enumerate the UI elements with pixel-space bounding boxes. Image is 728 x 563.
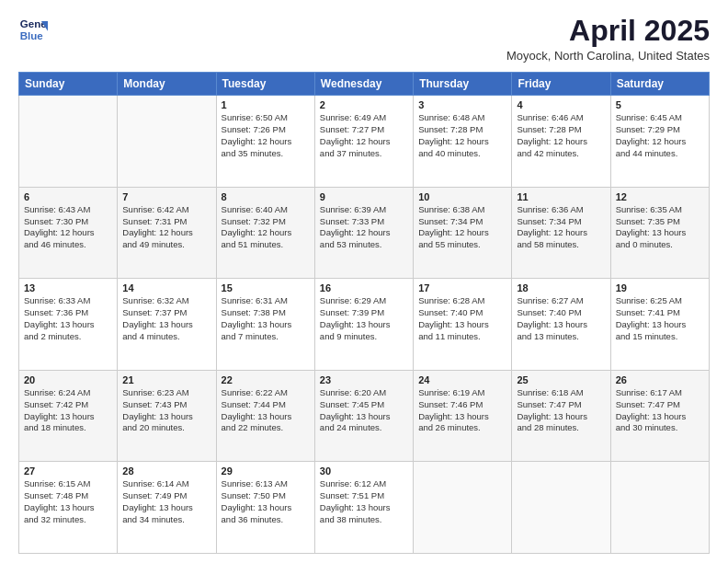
day-number: 28 bbox=[122, 465, 210, 477]
table-row bbox=[414, 462, 512, 554]
day-number: 16 bbox=[320, 282, 408, 293]
table-row: 19Sunrise: 6:25 AMSunset: 7:41 PMDayligh… bbox=[610, 279, 709, 371]
day-number: 17 bbox=[418, 282, 506, 293]
day-number: 22 bbox=[222, 374, 310, 385]
day-number: 26 bbox=[616, 374, 704, 385]
calendar-week-row: 6Sunrise: 6:43 AMSunset: 7:30 PMDaylight… bbox=[19, 187, 710, 279]
day-info: Sunrise: 6:29 AMSunset: 7:39 PMDaylight:… bbox=[320, 295, 408, 342]
day-info: Sunrise: 6:22 AMSunset: 7:44 PMDaylight:… bbox=[222, 387, 310, 434]
table-row: 17Sunrise: 6:28 AMSunset: 7:40 PMDayligh… bbox=[414, 279, 512, 371]
day-info: Sunrise: 6:40 AMSunset: 7:32 PMDaylight:… bbox=[222, 204, 310, 251]
table-row: 8Sunrise: 6:40 AMSunset: 7:32 PMDaylight… bbox=[216, 187, 314, 279]
table-row: 23Sunrise: 6:20 AMSunset: 7:45 PMDayligh… bbox=[314, 370, 413, 462]
day-number: 27 bbox=[24, 465, 112, 477]
table-row: 18Sunrise: 6:27 AMSunset: 7:40 PMDayligh… bbox=[512, 279, 610, 371]
table-row: 6Sunrise: 6:43 AMSunset: 7:30 PMDaylight… bbox=[19, 187, 118, 279]
title-area: April 2025 Moyock, North Carolina, Unite… bbox=[506, 15, 710, 63]
svg-text:Blue: Blue bbox=[20, 30, 44, 41]
table-row: 12Sunrise: 6:35 AMSunset: 7:35 PMDayligh… bbox=[610, 187, 709, 279]
day-number: 13 bbox=[24, 282, 112, 293]
col-wednesday: Wednesday bbox=[314, 73, 413, 96]
header: General Blue April 2025 Moyock, North Ca… bbox=[18, 15, 710, 63]
day-number: 29 bbox=[222, 465, 310, 477]
table-row: 4Sunrise: 6:46 AMSunset: 7:28 PMDaylight… bbox=[512, 96, 610, 188]
day-number: 4 bbox=[517, 99, 605, 110]
calendar-week-row: 13Sunrise: 6:33 AMSunset: 7:36 PMDayligh… bbox=[19, 279, 710, 371]
table-row: 25Sunrise: 6:18 AMSunset: 7:47 PMDayligh… bbox=[512, 370, 610, 462]
day-number: 25 bbox=[517, 374, 605, 385]
table-row: 7Sunrise: 6:42 AMSunset: 7:31 PMDaylight… bbox=[118, 187, 216, 279]
day-info: Sunrise: 6:42 AMSunset: 7:31 PMDaylight:… bbox=[122, 204, 210, 251]
day-info: Sunrise: 6:15 AMSunset: 7:48 PMDaylight:… bbox=[24, 478, 112, 525]
calendar-week-row: 20Sunrise: 6:24 AMSunset: 7:42 PMDayligh… bbox=[19, 370, 710, 462]
day-info: Sunrise: 6:32 AMSunset: 7:37 PMDaylight:… bbox=[122, 295, 210, 342]
day-number: 10 bbox=[418, 191, 506, 202]
day-number: 6 bbox=[24, 191, 112, 202]
calendar-table: Sunday Monday Tuesday Wednesday Thursday… bbox=[18, 72, 710, 554]
day-number: 5 bbox=[616, 99, 704, 110]
table-row bbox=[610, 462, 709, 554]
day-info: Sunrise: 6:50 AMSunset: 7:26 PMDaylight:… bbox=[222, 112, 310, 159]
day-info: Sunrise: 6:25 AMSunset: 7:41 PMDaylight:… bbox=[616, 295, 704, 342]
col-monday: Monday bbox=[118, 73, 216, 96]
col-tuesday: Tuesday bbox=[216, 73, 314, 96]
day-number: 23 bbox=[320, 374, 408, 385]
col-friday: Friday bbox=[512, 73, 610, 96]
day-info: Sunrise: 6:48 AMSunset: 7:28 PMDaylight:… bbox=[418, 112, 506, 159]
calendar-page: General Blue April 2025 Moyock, North Ca… bbox=[0, 0, 728, 563]
table-row: 5Sunrise: 6:45 AMSunset: 7:29 PMDaylight… bbox=[610, 96, 709, 188]
table-row: 1Sunrise: 6:50 AMSunset: 7:26 PMDaylight… bbox=[216, 96, 314, 188]
day-info: Sunrise: 6:17 AMSunset: 7:47 PMDaylight:… bbox=[616, 387, 704, 434]
day-number: 12 bbox=[616, 191, 704, 202]
calendar-week-row: 27Sunrise: 6:15 AMSunset: 7:48 PMDayligh… bbox=[19, 462, 710, 554]
col-sunday: Sunday bbox=[19, 73, 118, 96]
table-row: 30Sunrise: 6:12 AMSunset: 7:51 PMDayligh… bbox=[314, 462, 413, 554]
day-info: Sunrise: 6:13 AMSunset: 7:50 PMDaylight:… bbox=[222, 478, 310, 525]
day-info: Sunrise: 6:23 AMSunset: 7:43 PMDaylight:… bbox=[122, 387, 210, 434]
day-info: Sunrise: 6:43 AMSunset: 7:30 PMDaylight:… bbox=[24, 204, 112, 251]
day-number: 3 bbox=[418, 99, 506, 110]
logo-icon: General Blue bbox=[18, 15, 48, 44]
table-row: 14Sunrise: 6:32 AMSunset: 7:37 PMDayligh… bbox=[118, 279, 216, 371]
table-row: 9Sunrise: 6:39 AMSunset: 7:33 PMDaylight… bbox=[314, 187, 413, 279]
header-row: Sunday Monday Tuesday Wednesday Thursday… bbox=[19, 73, 710, 96]
day-info: Sunrise: 6:12 AMSunset: 7:51 PMDaylight:… bbox=[320, 478, 408, 525]
table-row: 15Sunrise: 6:31 AMSunset: 7:38 PMDayligh… bbox=[216, 279, 314, 371]
table-row: 27Sunrise: 6:15 AMSunset: 7:48 PMDayligh… bbox=[19, 462, 118, 554]
day-number: 24 bbox=[418, 374, 506, 385]
table-row: 20Sunrise: 6:24 AMSunset: 7:42 PMDayligh… bbox=[19, 370, 118, 462]
day-info: Sunrise: 6:49 AMSunset: 7:27 PMDaylight:… bbox=[320, 112, 408, 159]
day-number: 9 bbox=[320, 191, 408, 202]
day-number: 20 bbox=[24, 374, 112, 385]
day-info: Sunrise: 6:35 AMSunset: 7:35 PMDaylight:… bbox=[616, 204, 704, 251]
day-info: Sunrise: 6:24 AMSunset: 7:42 PMDaylight:… bbox=[24, 387, 112, 434]
calendar-week-row: 1Sunrise: 6:50 AMSunset: 7:26 PMDaylight… bbox=[19, 96, 710, 188]
day-number: 15 bbox=[222, 282, 310, 293]
day-number: 1 bbox=[222, 99, 310, 110]
day-number: 14 bbox=[122, 282, 210, 293]
day-number: 8 bbox=[222, 191, 310, 202]
table-row: 28Sunrise: 6:14 AMSunset: 7:49 PMDayligh… bbox=[118, 462, 216, 554]
day-number: 2 bbox=[320, 99, 408, 110]
table-row: 11Sunrise: 6:36 AMSunset: 7:34 PMDayligh… bbox=[512, 187, 610, 279]
day-number: 7 bbox=[122, 191, 210, 202]
table-row: 10Sunrise: 6:38 AMSunset: 7:34 PMDayligh… bbox=[414, 187, 512, 279]
col-thursday: Thursday bbox=[414, 73, 512, 96]
day-info: Sunrise: 6:14 AMSunset: 7:49 PMDaylight:… bbox=[122, 478, 210, 525]
day-info: Sunrise: 6:27 AMSunset: 7:40 PMDaylight:… bbox=[517, 295, 605, 342]
table-row bbox=[19, 96, 118, 188]
col-saturday: Saturday bbox=[610, 73, 709, 96]
table-row: 24Sunrise: 6:19 AMSunset: 7:46 PMDayligh… bbox=[414, 370, 512, 462]
table-row: 22Sunrise: 6:22 AMSunset: 7:44 PMDayligh… bbox=[216, 370, 314, 462]
table-row: 13Sunrise: 6:33 AMSunset: 7:36 PMDayligh… bbox=[19, 279, 118, 371]
day-info: Sunrise: 6:20 AMSunset: 7:45 PMDaylight:… bbox=[320, 387, 408, 434]
day-info: Sunrise: 6:19 AMSunset: 7:46 PMDaylight:… bbox=[418, 387, 506, 434]
day-number: 18 bbox=[517, 282, 605, 293]
table-row bbox=[118, 96, 216, 188]
table-row: 26Sunrise: 6:17 AMSunset: 7:47 PMDayligh… bbox=[610, 370, 709, 462]
table-row: 16Sunrise: 6:29 AMSunset: 7:39 PMDayligh… bbox=[314, 279, 413, 371]
day-info: Sunrise: 6:36 AMSunset: 7:34 PMDaylight:… bbox=[517, 204, 605, 251]
day-info: Sunrise: 6:18 AMSunset: 7:47 PMDaylight:… bbox=[517, 387, 605, 434]
location: Moyock, North Carolina, United States bbox=[506, 49, 710, 63]
month-title: April 2025 bbox=[506, 15, 710, 47]
